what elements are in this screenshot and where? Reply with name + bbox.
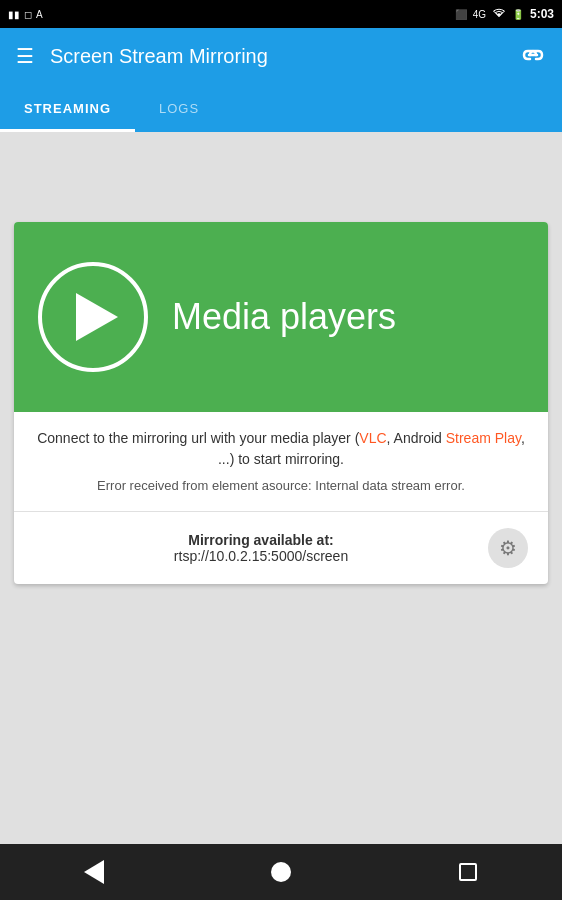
error-text: Error received from element asource: Int… (34, 478, 528, 493)
a-icon: A (36, 9, 43, 20)
recents-button[interactable] (438, 852, 498, 892)
app-bar-title: Screen Stream Mirroring (50, 45, 268, 68)
info-text-between: , Android (387, 430, 446, 446)
battery-icon: 🔋 (512, 9, 524, 20)
status-time: 5:03 (530, 7, 554, 21)
status-bar-left: ▮▮ ◻ A (8, 9, 43, 20)
wifi-icon (492, 7, 506, 21)
mirror-label: Mirroring available at: (188, 532, 333, 548)
card-container: Media players Connect to the mirroring u… (14, 222, 548, 584)
tab-logs-label: LOGS (159, 101, 199, 116)
settings-gear-button[interactable]: ⚙ (488, 528, 528, 568)
cast-icon: ⬛ (455, 9, 467, 20)
gear-icon: ⚙ (499, 536, 517, 560)
tab-bar: STREAMING LOGS (0, 84, 562, 132)
tab-streaming-label: STREAMING (24, 101, 111, 116)
home-icon (271, 862, 291, 882)
bottom-nav (0, 844, 562, 900)
info-area: Connect to the mirroring url with your m… (14, 412, 548, 512)
notification-icon: ◻ (24, 9, 32, 20)
play-circle-icon (38, 262, 148, 372)
sim-icon: ▮▮ (8, 9, 20, 20)
vlc-link[interactable]: VLC (359, 430, 386, 446)
main-content: Media players Connect to the mirroring u… (0, 222, 562, 584)
mirror-url: rtsp://10.0.2.15:5000/screen (174, 548, 348, 564)
tab-streaming[interactable]: STREAMING (0, 84, 135, 132)
app-bar-left: ☰ Screen Stream Mirroring (16, 44, 268, 68)
signal-icon: 4G (473, 9, 486, 20)
mirror-url-info: Mirroring available at: rtsp://10.0.2.15… (34, 532, 488, 564)
info-text: Connect to the mirroring url with your m… (34, 428, 528, 470)
info-text-before-vlc: Connect to the mirroring url with your m… (37, 430, 359, 446)
mirror-url-area: Mirroring available at: rtsp://10.0.2.15… (14, 512, 548, 584)
tab-logs[interactable]: LOGS (135, 84, 223, 132)
home-button[interactable] (251, 852, 311, 892)
app-bar: ☰ Screen Stream Mirroring (0, 28, 562, 84)
recents-icon (459, 863, 477, 881)
status-bar: ▮▮ ◻ A ⬛ 4G 🔋 5:03 (0, 0, 562, 28)
back-button[interactable] (64, 852, 124, 892)
media-banner: Media players (14, 222, 548, 412)
back-icon (84, 860, 104, 884)
media-title: Media players (172, 296, 396, 338)
stream-play-link[interactable]: Stream Play (446, 430, 521, 446)
link-icon[interactable] (520, 43, 546, 69)
hamburger-icon[interactable]: ☰ (16, 44, 34, 68)
status-bar-right: ⬛ 4G 🔋 5:03 (455, 7, 554, 21)
play-triangle-icon (76, 293, 118, 341)
